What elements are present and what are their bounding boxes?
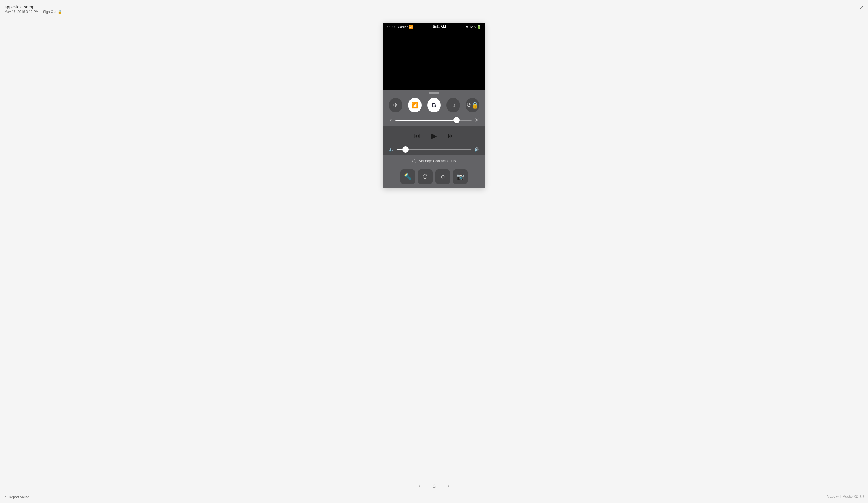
rotation-icon: ↺🔒 bbox=[466, 102, 479, 109]
main-content: ●●○○○ Carrier 📶 9:41 AM ✱ 42% 🔋 ✈ bbox=[0, 0, 868, 216]
rewind-button[interactable]: ⏮ bbox=[413, 131, 421, 141]
status-right: ✱ 42% 🔋 bbox=[466, 25, 481, 29]
volume-track[interactable] bbox=[396, 149, 472, 150]
status-bar: ●●○○○ Carrier 📶 9:41 AM ✱ 42% 🔋 bbox=[383, 22, 485, 31]
bluetooth-toggle[interactable]: B bbox=[427, 98, 441, 113]
battery-pct: 42% bbox=[469, 25, 476, 29]
bottom-nav: ‹ ⌂ › bbox=[0, 480, 868, 492]
timestamp: May 16, 2016 3:13 PM bbox=[4, 10, 39, 14]
carrier-label: Carrier bbox=[398, 25, 407, 29]
brightness-min-icon: ☀ bbox=[389, 118, 393, 122]
rewind-icon: ⏮ bbox=[414, 132, 420, 139]
flashlight-icon: 🔦 bbox=[404, 173, 412, 181]
header: apple-ios_samp May 16, 2016 3:13 PM - Si… bbox=[4, 4, 62, 14]
timer-icon: ⏱ bbox=[422, 173, 428, 181]
bluetooth-icon: ✱ bbox=[466, 25, 468, 29]
do-not-disturb-toggle[interactable]: ☽ bbox=[446, 98, 460, 113]
brightness-max-icon: ☀ bbox=[475, 117, 479, 123]
report-abuse-text[interactable]: Report Abuse bbox=[9, 495, 29, 499]
bottom-icons-row: 🔦 ⏱ ⊙ 📷 bbox=[383, 167, 485, 188]
volume-row: 🔈 🔊 bbox=[383, 144, 485, 154]
forward-nav-button[interactable]: › bbox=[445, 480, 452, 492]
rotation-lock-toggle[interactable]: ↺🔒 bbox=[466, 98, 479, 113]
control-center: ✈ 📶 B ☽ ↺🔒 ☀ bbox=[383, 90, 485, 188]
camera-button[interactable]: 📷 bbox=[453, 170, 467, 184]
sign-out-link[interactable]: Sign Out bbox=[43, 10, 56, 14]
status-time: 9:41 AM bbox=[433, 25, 446, 29]
calculator-button[interactable]: ⊙ bbox=[435, 170, 450, 184]
airdrop-icon: ◌ bbox=[412, 157, 416, 164]
back-nav-button[interactable]: ‹ bbox=[416, 480, 423, 492]
volume-max-icon: 🔊 bbox=[474, 147, 479, 152]
app-meta: May 16, 2016 3:13 PM - Sign Out 🔒 bbox=[4, 10, 62, 14]
airdrop-text: AirDrop: Contacts Only bbox=[419, 159, 456, 163]
footer-left[interactable]: ⚑ Report Abuse bbox=[4, 495, 29, 499]
calculator-icon: ⊙ bbox=[441, 174, 445, 180]
media-controls: ⏮ ▶ ⏭ bbox=[389, 130, 479, 142]
camera-icon: 📷 bbox=[456, 173, 464, 181]
cc-handle-row bbox=[383, 90, 485, 95]
forward-chevron-icon: › bbox=[447, 482, 449, 489]
expand-button[interactable]: ⤢ bbox=[859, 4, 864, 11]
battery-icon: 🔋 bbox=[477, 25, 481, 29]
report-abuse-flag-icon: ⚑ bbox=[4, 495, 7, 499]
lock-icon: 🔒 bbox=[58, 10, 62, 14]
phone-mockup: ●●○○○ Carrier 📶 9:41 AM ✱ 42% 🔋 ✈ bbox=[383, 22, 485, 188]
screen-black bbox=[383, 31, 485, 90]
brightness-row: ☀ ☀ bbox=[383, 116, 485, 126]
airplane-mode-toggle[interactable]: ✈ bbox=[389, 98, 402, 113]
timer-button[interactable]: ⏱ bbox=[418, 170, 433, 184]
made-with-text: Made with Adobe XD bbox=[827, 494, 858, 499]
meta-separator: - bbox=[40, 10, 41, 14]
wifi-toggle[interactable]: 📶 bbox=[408, 98, 422, 113]
volume-thumb[interactable] bbox=[402, 146, 409, 153]
airdrop-row[interactable]: ◌ AirDrop: Contacts Only bbox=[383, 154, 485, 167]
wifi-icon-toggle: 📶 bbox=[412, 102, 418, 109]
cc-handle bbox=[429, 92, 439, 94]
brightness-thumb[interactable] bbox=[453, 117, 459, 123]
play-icon: ▶ bbox=[431, 131, 437, 140]
wifi-icon: 📶 bbox=[409, 25, 413, 29]
play-button[interactable]: ▶ bbox=[430, 130, 438, 142]
app-title: apple-ios_samp bbox=[4, 4, 62, 9]
fast-forward-button[interactable]: ⏭ bbox=[447, 131, 455, 141]
footer-right: Made with Adobe XD ⬡ bbox=[827, 494, 864, 499]
home-nav-button[interactable]: ⌂ bbox=[430, 480, 438, 492]
media-area: ⏮ ▶ ⏭ bbox=[383, 126, 485, 144]
adobe-xd-icon: ⬡ bbox=[860, 494, 864, 499]
home-icon: ⌂ bbox=[432, 482, 436, 489]
brightness-track[interactable] bbox=[395, 120, 472, 121]
airplane-icon: ✈ bbox=[393, 102, 398, 109]
moon-icon: ☽ bbox=[450, 102, 456, 109]
status-left: ●●○○○ Carrier 📶 bbox=[387, 25, 413, 29]
toggle-row: ✈ 📶 B ☽ ↺🔒 bbox=[383, 95, 485, 116]
signal-dots: ●●○○○ bbox=[387, 25, 396, 28]
bluetooth-icon-toggle: B bbox=[432, 102, 436, 109]
back-chevron-icon: ‹ bbox=[419, 482, 421, 489]
fast-forward-icon: ⏭ bbox=[448, 132, 454, 139]
brightness-fill bbox=[395, 120, 456, 121]
flashlight-button[interactable]: 🔦 bbox=[401, 170, 415, 184]
volume-min-icon: 🔈 bbox=[389, 147, 394, 152]
